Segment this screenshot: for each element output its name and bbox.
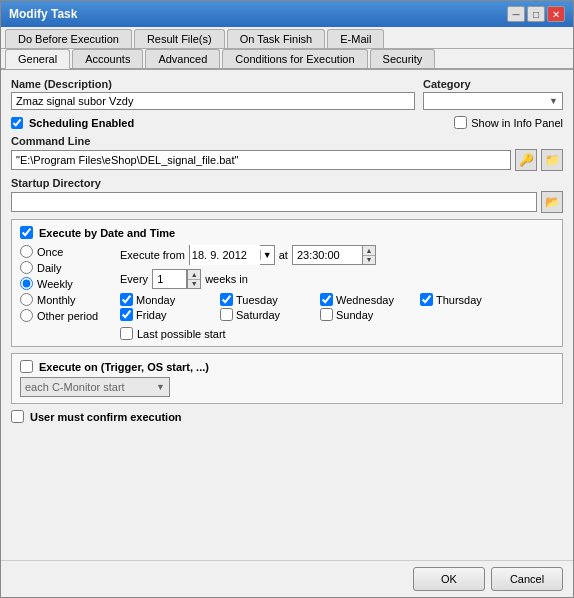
ok-button[interactable]: OK bbox=[413, 567, 485, 591]
day-monday-label: Monday bbox=[136, 294, 175, 306]
folder-icon-button[interactable]: 📁 bbox=[541, 149, 563, 171]
time-spinner-up[interactable]: ▲ bbox=[363, 246, 375, 256]
trigger-checkbox[interactable] bbox=[20, 360, 33, 373]
last-possible-checkbox[interactable] bbox=[120, 327, 133, 340]
category-label: Category bbox=[423, 78, 563, 90]
every-spinner: ▲ ▼ bbox=[187, 269, 201, 289]
time-spinner-down[interactable]: ▼ bbox=[363, 256, 375, 265]
execute-from-row: Execute from ▼ at ▲ ▼ bbox=[120, 245, 554, 265]
tab-do-before-execution[interactable]: Do Before Execution bbox=[5, 29, 132, 48]
user-confirm-label: User must confirm execution bbox=[30, 411, 182, 423]
radio-once: Once bbox=[20, 245, 110, 258]
every-spinner-up[interactable]: ▲ bbox=[188, 270, 200, 280]
trigger-dropdown-arrow: ▼ bbox=[156, 382, 165, 392]
tab-email[interactable]: E-Mail bbox=[327, 29, 384, 48]
startup-dir-input[interactable] bbox=[11, 192, 537, 212]
every-row: Every ▲ ▼ weeks in bbox=[120, 269, 554, 289]
every-label: Every bbox=[120, 273, 148, 285]
key-icon-button[interactable]: 🔑 bbox=[515, 149, 537, 171]
execute-inner: Once Daily Weekly Monthly bbox=[20, 245, 554, 340]
startup-dir-label: Startup Directory bbox=[11, 177, 563, 189]
bottom-bar: OK Cancel bbox=[1, 560, 573, 597]
days-row-1: Monday Tuesday Wednesday bbox=[120, 293, 554, 306]
show-info-panel-label: Show in Info Panel bbox=[471, 117, 563, 129]
trigger-dropdown[interactable]: each C-Monitor start ▼ bbox=[20, 377, 170, 397]
tab-advanced[interactable]: Advanced bbox=[145, 49, 220, 68]
cancel-button[interactable]: Cancel bbox=[491, 567, 563, 591]
day-monday: Monday bbox=[120, 293, 210, 306]
tab-on-task-finish[interactable]: On Task Finish bbox=[227, 29, 326, 48]
category-dropdown[interactable]: ▼ bbox=[423, 92, 563, 110]
tab-general[interactable]: General bbox=[5, 49, 70, 69]
day-monday-checkbox[interactable] bbox=[120, 293, 133, 306]
trigger-title: Execute on (Trigger, OS start, ...) bbox=[20, 360, 554, 373]
execute-from-label: Execute from bbox=[120, 249, 185, 261]
bottom-tabs: General Accounts Advanced Conditions for… bbox=[1, 49, 573, 70]
day-thursday-checkbox[interactable] bbox=[420, 293, 433, 306]
day-wednesday-checkbox[interactable] bbox=[320, 293, 333, 306]
day-saturday-checkbox[interactable] bbox=[220, 308, 233, 321]
day-friday: Friday bbox=[120, 308, 210, 321]
radio-weekly-input[interactable] bbox=[20, 277, 33, 290]
date-dropdown-arrow[interactable]: ▼ bbox=[260, 250, 274, 260]
command-line-label: Command Line bbox=[11, 135, 563, 147]
trigger-dropdown-value: each C-Monitor start bbox=[25, 381, 156, 393]
command-line-input[interactable] bbox=[11, 150, 511, 170]
trigger-section: Execute on (Trigger, OS start, ...) each… bbox=[11, 353, 563, 404]
radio-monthly-input[interactable] bbox=[20, 293, 33, 306]
day-friday-checkbox[interactable] bbox=[120, 308, 133, 321]
execute-date-checkbox[interactable] bbox=[20, 226, 33, 239]
tab-result-files[interactable]: Result File(s) bbox=[134, 29, 225, 48]
tab-accounts[interactable]: Accounts bbox=[72, 49, 143, 68]
close-button[interactable]: ✕ bbox=[547, 6, 565, 22]
day-tuesday-checkbox[interactable] bbox=[220, 293, 233, 306]
trigger-label: Execute on (Trigger, OS start, ...) bbox=[39, 361, 209, 373]
scheduling-row: Scheduling Enabled Show in Info Panel bbox=[11, 116, 563, 129]
minimize-button[interactable]: ─ bbox=[507, 6, 525, 22]
radio-once-label: Once bbox=[37, 246, 63, 258]
execute-from-date-input[interactable] bbox=[190, 245, 260, 265]
scheduling-enabled-label: Scheduling Enabled bbox=[29, 117, 134, 129]
day-thursday: Thursday bbox=[420, 293, 510, 306]
radio-monthly-label: Monthly bbox=[37, 294, 76, 306]
days-row-2: Friday Saturday Sunday bbox=[120, 308, 554, 321]
day-wednesday: Wednesday bbox=[320, 293, 410, 306]
title-bar: Modify Task ─ □ ✕ bbox=[1, 1, 573, 27]
tab-conditions[interactable]: Conditions for Execution bbox=[222, 49, 367, 68]
name-input[interactable] bbox=[11, 92, 415, 110]
day-sunday: Sunday bbox=[320, 308, 410, 321]
user-confirm-checkbox[interactable] bbox=[11, 410, 24, 423]
day-sunday-checkbox[interactable] bbox=[320, 308, 333, 321]
every-number-input[interactable] bbox=[152, 269, 187, 289]
command-line-row: 🔑 📁 bbox=[11, 149, 563, 171]
radio-daily: Daily bbox=[20, 261, 110, 274]
main-content: Name (Description) Category ▼ Scheduling… bbox=[1, 70, 573, 560]
main-window: Modify Task ─ □ ✕ Do Before Execution Re… bbox=[0, 0, 574, 598]
name-category-row: Name (Description) Category ▼ bbox=[11, 78, 563, 110]
weeks-in-label: weeks in bbox=[205, 273, 248, 285]
show-in-info-panel-checkbox[interactable] bbox=[454, 116, 467, 129]
radio-other-label: Other period bbox=[37, 310, 98, 322]
category-group: Category ▼ bbox=[423, 78, 563, 110]
execute-section-title: Execute by Date and Time bbox=[20, 226, 554, 239]
scheduling-enabled-checkbox[interactable] bbox=[11, 117, 23, 129]
day-friday-label: Friday bbox=[136, 309, 167, 321]
startup-dir-group: Startup Directory 📂 bbox=[11, 177, 563, 213]
every-spinner-down[interactable]: ▼ bbox=[188, 280, 200, 289]
radio-monthly: Monthly bbox=[20, 293, 110, 306]
radio-daily-label: Daily bbox=[37, 262, 61, 274]
user-confirm-row: User must confirm execution bbox=[11, 410, 563, 423]
day-saturday-label: Saturday bbox=[236, 309, 280, 321]
time-spinner: ▲ ▼ bbox=[362, 245, 376, 265]
name-group: Name (Description) bbox=[11, 78, 415, 110]
maximize-button[interactable]: □ bbox=[527, 6, 545, 22]
category-arrow-icon: ▼ bbox=[549, 96, 558, 106]
startup-folder-icon-button[interactable]: 📂 bbox=[541, 191, 563, 213]
radio-other-input[interactable] bbox=[20, 309, 33, 322]
tab-security[interactable]: Security bbox=[370, 49, 436, 68]
command-line-group: Command Line 🔑 📁 bbox=[11, 135, 563, 171]
execute-from-time-input[interactable] bbox=[292, 245, 362, 265]
at-label: at bbox=[279, 249, 288, 261]
radio-daily-input[interactable] bbox=[20, 261, 33, 274]
radio-once-input[interactable] bbox=[20, 245, 33, 258]
